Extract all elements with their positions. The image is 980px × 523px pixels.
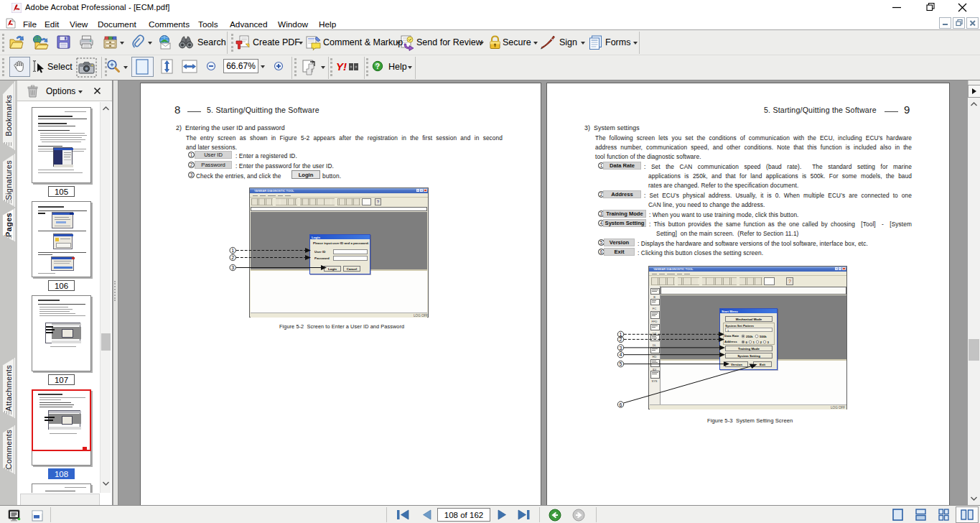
svg-text:1: 1 xyxy=(231,248,234,253)
svg-text:2: 2 xyxy=(760,340,762,343)
svg-text:500k: 500k xyxy=(760,335,767,338)
svg-text:1: 1 xyxy=(620,332,622,337)
svg-text:3: 3 xyxy=(620,346,622,351)
svg-text:3: 3 xyxy=(231,265,234,270)
svg-text:1: 1 xyxy=(753,340,755,343)
svg-text:2: 2 xyxy=(231,255,234,260)
svg-text:5: 5 xyxy=(620,361,622,366)
svg-text:?: ? xyxy=(375,62,380,70)
svg-text:4: 4 xyxy=(620,352,622,357)
svg-text:6: 6 xyxy=(620,402,622,407)
svg-text:Y!: Y! xyxy=(336,60,347,73)
svg-text:0: 0 xyxy=(746,340,748,343)
svg-text:2: 2 xyxy=(620,337,622,342)
svg-text:3: 3 xyxy=(767,340,770,343)
svg-text:250k: 250k xyxy=(746,335,753,338)
